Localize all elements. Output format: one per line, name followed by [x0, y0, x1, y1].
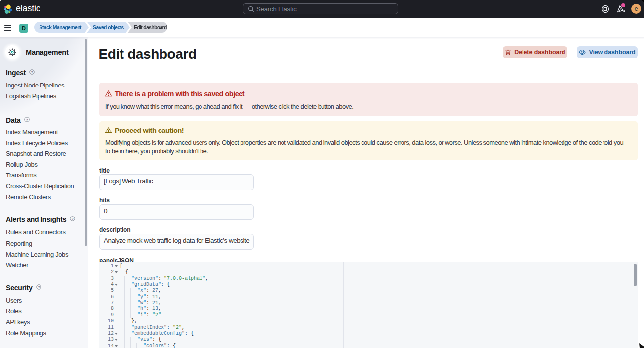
svg-text:?: ? [26, 118, 28, 121]
svg-text:?: ? [31, 70, 33, 74]
svg-text:?: ? [72, 217, 74, 220]
svg-text:?: ? [38, 285, 40, 289]
